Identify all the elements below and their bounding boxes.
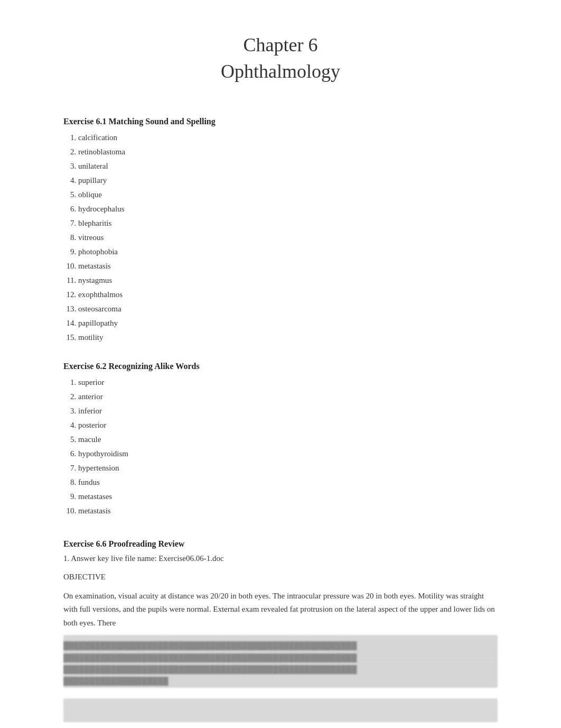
list-item: hydrocephalus	[78, 202, 498, 216]
list-item: anterior	[78, 390, 498, 404]
exercise-66-title: Exercise 6.6 Proofreading Review	[63, 539, 498, 549]
chapter-label: Chapter 6	[244, 34, 318, 56]
list-item: osteosarcoma	[78, 302, 498, 316]
list-item: nystagmus	[78, 273, 498, 288]
redacted-text-block: ████████████████████████████████████████…	[63, 635, 498, 688]
list-item: exophthalmos	[78, 288, 498, 302]
list-item: photophobia	[78, 245, 498, 259]
list-item: vitreous	[78, 231, 498, 245]
list-item: metastasis	[78, 504, 498, 518]
redacted-text-content: ████████████████████████████████████████…	[63, 635, 498, 693]
page-title: Chapter 6 Ophthalmology	[63, 32, 498, 85]
list-item: hypertension	[78, 461, 498, 475]
exercise-61-list: calcification retinoblastoma unilateral …	[78, 131, 498, 345]
list-item: retinoblastoma	[78, 145, 498, 159]
exercise-61-section: Exercise 6.1 Matching Sound and Spelling…	[63, 117, 498, 345]
list-item: oblique	[78, 188, 498, 202]
list-item: inferior	[78, 404, 498, 418]
list-item: metastasis	[78, 259, 498, 273]
exercise-61-title: Exercise 6.1 Matching Sound and Spelling	[63, 117, 498, 126]
list-item: pupillary	[78, 173, 498, 188]
list-item: papillopathy	[78, 316, 498, 330]
list-item: posterior	[78, 418, 498, 432]
list-item: metastases	[78, 490, 498, 504]
list-item: superior	[78, 375, 498, 390]
list-item: unilateral	[78, 159, 498, 173]
list-item: macule	[78, 432, 498, 447]
list-item: fundus	[78, 475, 498, 490]
objective-label: OBJECTIVE	[63, 570, 498, 584]
list-item: blepharitis	[78, 216, 498, 231]
exercise-66-section: Exercise 6.6 Proofreading Review 1. Answ…	[63, 539, 498, 723]
exercise-62-title: Exercise 6.2 Recognizing Alike Words	[63, 362, 498, 371]
list-item: motility	[78, 330, 498, 345]
objective-text: On examination, visual acuity at distanc…	[63, 589, 498, 630]
list-item: hypothyroidism	[78, 447, 498, 461]
exercise-66-answer-key: 1. Answer key live file name: Exercise06…	[63, 552, 498, 566]
exercise-62-section: Exercise 6.2 Recognizing Alike Words sup…	[63, 362, 498, 518]
list-item: calcification	[78, 131, 498, 145]
page-header: Chapter 6 Ophthalmology	[63, 32, 498, 85]
exercise-62-list: superior anterior inferior posterior mac…	[78, 375, 498, 518]
redacted-footer-block	[63, 698, 498, 722]
chapter-subject: Ophthalmology	[221, 61, 340, 82]
